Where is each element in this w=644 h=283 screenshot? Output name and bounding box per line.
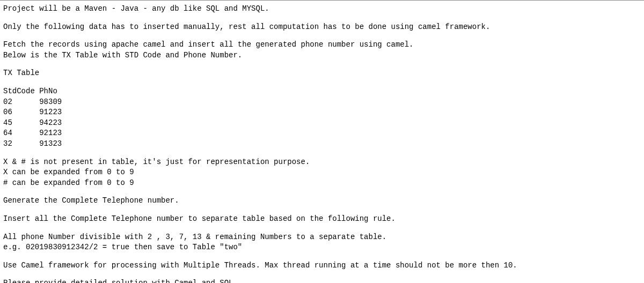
paragraph-solution-request: Please provide detailed solution with Ca… xyxy=(3,278,641,283)
tx-table: StdCode PhNo 02 98309 06 91223 45 94223 … xyxy=(3,86,641,150)
note-line: X & # is not present in table, it's just… xyxy=(3,157,641,168)
table-title: TX Table xyxy=(3,68,641,79)
line-fetch: Fetch the records using apache camel and… xyxy=(3,40,414,49)
note-line: # can be expanded from 0 to 9 xyxy=(3,178,641,189)
paragraph-threads: Use Camel framework for processing with … xyxy=(3,260,641,271)
table-row: 45 94223 xyxy=(3,118,641,129)
paragraph-divisible: All phone Number divisible with 2 , 3, 7… xyxy=(3,232,641,253)
table-row: 02 98309 xyxy=(3,97,641,108)
line-example: e.g. 02019830912342/2 = true then save t… xyxy=(3,243,242,251)
notes-block: X & # is not present in table, it's just… xyxy=(3,157,641,189)
paragraph-project-setup: Project will be a Maven - Java - any db … xyxy=(3,4,641,14)
table-row: 32 91323 xyxy=(3,139,641,150)
paragraph-generate: Generate the Complete Telephone number. xyxy=(3,196,641,206)
table-row: 06 91223 xyxy=(3,107,641,118)
line-tx-table-intro: Below is the TX Table with STD Code and … xyxy=(3,51,242,59)
line-divisible: All phone Number divisible with 2 , 3, 7… xyxy=(3,233,386,241)
note-line: X can be expanded from 0 to 9 xyxy=(3,167,641,178)
paragraph-manual-data: Only the following data has to inserted … xyxy=(3,22,641,33)
paragraph-insert-rule: Insert all the Complete Telephone number… xyxy=(3,214,641,225)
paragraph-fetch-records: Fetch the records using apache camel and… xyxy=(3,40,641,61)
table-header-row: StdCode PhNo xyxy=(3,86,641,97)
table-row: 64 92123 xyxy=(3,128,641,139)
